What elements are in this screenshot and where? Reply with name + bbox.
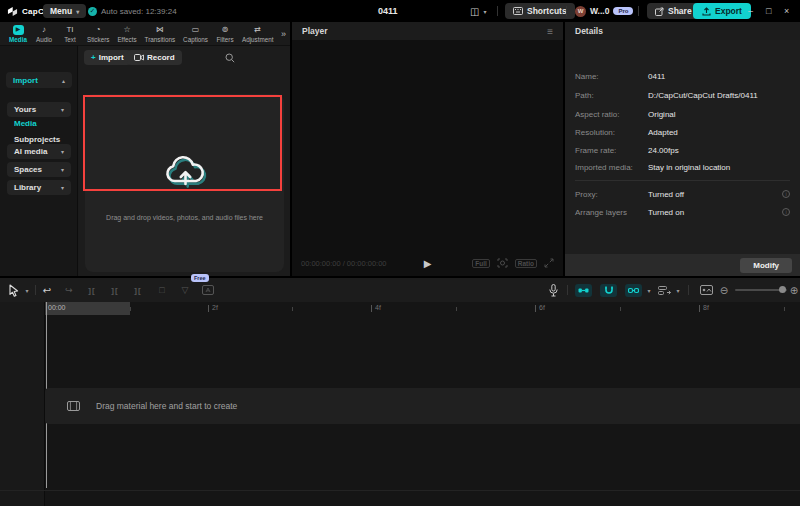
detail-label: Aspect ratio:: [575, 110, 648, 119]
maximize-button[interactable]: □: [766, 0, 780, 22]
group-label: Library: [14, 183, 41, 192]
import-dropdown-label: Import: [13, 76, 38, 85]
undo-button[interactable]: ↩: [40, 278, 54, 302]
delete-button[interactable]: □: [155, 278, 169, 302]
sticker-icon: ◔: [96, 25, 101, 35]
fullscreen-icon[interactable]: [544, 258, 554, 268]
info-icon[interactable]: i: [782, 190, 790, 198]
tab-filters[interactable]: ⊚ Filters: [213, 24, 237, 44]
filters-icon: ⊚: [222, 25, 229, 35]
sidebar-group-library[interactable]: Library ▾: [7, 180, 71, 195]
share-button[interactable]: Share: [647, 0, 700, 22]
tab-media[interactable]: ▶ Media: [6, 24, 30, 44]
track-options-button[interactable]: [656, 278, 672, 302]
mask-icon[interactable]: ▽: [178, 278, 192, 302]
tab-captions[interactable]: ▭ Captions: [180, 24, 211, 44]
delete-right-button[interactable]: ][: [131, 278, 145, 302]
hamburger-menu-icon[interactable]: ≡: [547, 26, 553, 37]
tab-label: Transitions: [145, 36, 176, 43]
effects-icon: ☆: [123, 25, 130, 35]
zoom-fit-icon[interactable]: ⊕: [788, 278, 800, 302]
snapping-toggle[interactable]: [600, 278, 617, 302]
chevron-down-icon: ▾: [483, 8, 486, 15]
import-dropdown[interactable]: Import ▴: [6, 72, 72, 88]
sidebar-group-ai-media[interactable]: AI media ▾: [7, 144, 71, 159]
info-icon[interactable]: i: [782, 208, 790, 216]
tab-label: Captions: [183, 36, 208, 43]
delete-left-button[interactable]: ][: [108, 278, 122, 302]
magnetic-timeline-toggle[interactable]: [575, 278, 592, 302]
cursor-icon: [9, 284, 19, 297]
modify-button[interactable]: Modify: [740, 258, 792, 273]
sidebar-item-subprojects[interactable]: Subprojects: [14, 135, 60, 144]
shortcuts-button[interactable]: Shortcuts: [505, 0, 575, 22]
menu-button[interactable]: Menu▾: [43, 0, 86, 22]
select-tool-caret[interactable]: ▾: [23, 278, 31, 302]
time-display: 00:00:00:00 / 00:00:00:00: [301, 259, 387, 268]
track-header-gutter: [0, 302, 45, 506]
ruler-tick: 8f: [703, 304, 709, 311]
ratio-button[interactable]: Ratio: [515, 259, 537, 268]
ruler-tick: 2f: [212, 304, 218, 311]
detail-value: 0411: [648, 72, 665, 81]
detail-row-path: Path: D:/CapCut/CapCut Drafts/0411: [575, 91, 790, 100]
expand-tabs-icon[interactable]: »: [281, 29, 286, 39]
tab-audio[interactable]: ♪ Audio: [32, 24, 56, 44]
search-icon[interactable]: [225, 53, 235, 63]
divider: [567, 285, 568, 295]
redo-button[interactable]: ↪: [62, 278, 76, 302]
sidebar-group-yours[interactable]: Yours ▾: [7, 102, 71, 117]
play-button[interactable]: ▶: [424, 258, 432, 269]
text-icon: TI: [66, 25, 73, 35]
detail-label: Arrange layers: [575, 208, 648, 217]
divider: [497, 6, 498, 16]
zoom-slider-thumb[interactable]: [779, 286, 786, 293]
import-media-button[interactable]: + Import: [84, 50, 131, 65]
split-button[interactable]: ][: [85, 278, 99, 302]
check-icon: ✓: [88, 7, 97, 16]
detail-label: Frame rate:: [575, 146, 648, 155]
microphone-icon: [549, 284, 558, 297]
empty-track-placeholder[interactable]: Drag material here and start to create: [45, 388, 800, 424]
detail-row-name: Name: 0411: [575, 72, 790, 81]
linking-options-caret[interactable]: ▾: [645, 278, 653, 302]
divider: [688, 285, 689, 295]
record-voiceover-button[interactable]: [545, 278, 561, 302]
tab-transitions[interactable]: ⋈ Transitions: [142, 24, 179, 44]
sidebar-group-spaces[interactable]: Spaces ▾: [7, 162, 71, 177]
tab-adjustment[interactable]: ⇄ Adjustment: [239, 24, 277, 44]
ruler-minor-tick: [620, 307, 621, 311]
close-button[interactable]: ×: [784, 0, 798, 22]
sidebar-item-media[interactable]: Media: [14, 119, 37, 128]
tab-effects[interactable]: ☆ Effects: [114, 24, 139, 44]
layout-icon: ◫: [470, 6, 479, 17]
record-button[interactable]: Record: [127, 50, 182, 65]
zoom-out-icon[interactable]: ⊖: [718, 278, 730, 302]
timeline-area[interactable]: 00:00 2f 4f 6f 8f Drag material here and…: [0, 302, 800, 506]
quality-button[interactable]: Full: [472, 259, 490, 268]
frame-preview-icon[interactable]: [497, 258, 508, 268]
detail-value: 24.00fps: [648, 146, 679, 155]
export-button[interactable]: Export: [693, 0, 751, 22]
divider: [575, 180, 790, 181]
group-label: Yours: [14, 105, 36, 114]
select-tool-button[interactable]: [6, 278, 22, 302]
divider: [566, 6, 567, 16]
timeline-toolbar: ▾ ↩ ↪ ][ ][ ][ □ ▽ Free ▾ ▾: [0, 278, 800, 302]
tab-text[interactable]: TI Text: [58, 24, 82, 44]
captions-icon: ▭: [192, 25, 200, 35]
track-options-caret[interactable]: ▾: [674, 278, 682, 302]
share-label: Share: [668, 6, 692, 16]
player-header: Player ≡: [292, 22, 563, 40]
project-title: 0411: [378, 0, 398, 22]
ruler-tick: 4f: [375, 304, 381, 311]
preview-axis-toggle[interactable]: [697, 278, 715, 302]
account-button[interactable]: W W...0 Pro: [575, 0, 633, 22]
export-label: Export: [715, 6, 742, 16]
minimize-button[interactable]: –: [748, 0, 762, 22]
divider: [35, 285, 36, 295]
tab-stickers[interactable]: ◔ Stickers: [84, 24, 112, 44]
layout-switcher-button[interactable]: ◫ ▾: [470, 0, 486, 22]
linking-toggle[interactable]: [625, 278, 642, 302]
details-title: Details: [575, 26, 603, 36]
